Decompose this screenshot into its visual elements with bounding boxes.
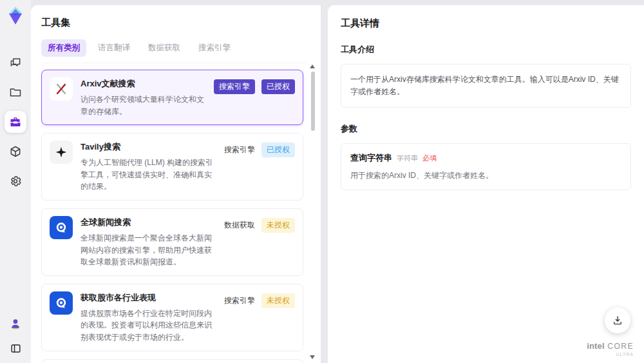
category-tab[interactable]: 数据获取 — [142, 39, 187, 57]
tool-list-item[interactable]: 获取股市各行业表现 提供股票市场各个行业在特定时间段内的表现。投资者可以利用这些… — [41, 284, 303, 351]
tool-category-tag: 搜索引擎 — [224, 144, 255, 155]
tool-auth-badge: 已授权 — [261, 79, 295, 94]
tool-name: Arxiv文献搜索 — [80, 78, 206, 90]
tool-icon — [50, 291, 73, 315]
sidebar — [0, 0, 31, 363]
tool-texts: Tavily搜索 专为人工智能代理 (LLM) 构建的搜索引擎工具，可快速提供实… — [80, 141, 216, 193]
intel-core-text: core — [607, 342, 634, 351]
panel-toggle-icon[interactable] — [7, 340, 24, 357]
tool-texts: 获取股市各行业表现 提供股票市场各个行业在特定时间段内的表现。投资者可以利用这些… — [80, 291, 216, 344]
folder-icon[interactable] — [5, 81, 26, 103]
main-content: 工具集 所有类别 语言翻译 数据获取 搜索引擎 Arxiv文献搜索 访问各个研究… — [31, 0, 644, 363]
params-heading: 参数 — [341, 123, 631, 135]
intel-brand-text: intel — [587, 341, 605, 351]
cube-icon[interactable] — [5, 141, 26, 162]
tool-description: 专为人工智能代理 (LLM) 构建的搜索引擎工具，可快速提供实时、准确和真实的结… — [80, 157, 216, 193]
parameter-name: 查询字符串 — [350, 152, 392, 164]
sparkle-icon — [55, 146, 68, 159]
tab-label: 数据获取 — [148, 43, 180, 52]
intel-ultra-text: Ultra — [587, 352, 634, 357]
tool-name: 全球新闻搜索 — [80, 217, 216, 228]
tool-category-tag: 数据获取 — [224, 220, 255, 231]
tool-tags: 搜索引擎 已授权 — [214, 77, 295, 94]
tool-tags: 搜索引擎 未授权 — [224, 291, 295, 308]
tool-icon — [50, 77, 73, 101]
parameter-description: 用于搜索的Arxiv ID、关键字或作者姓名。 — [350, 170, 621, 181]
chat-icon[interactable] — [5, 52, 26, 74]
scrollbar-thumb[interactable] — [311, 72, 315, 131]
tool-icon — [50, 141, 73, 164]
tab-label: 搜索引擎 — [198, 43, 231, 52]
tool-icon — [50, 216, 73, 239]
download-icon — [612, 315, 623, 326]
intel-core-logo: intel core Ultra — [587, 340, 634, 357]
tool-list: Arxiv文献搜索 访问各个研究领域大量科学论文和文章的存储库。 搜索引擎 已授… — [41, 70, 307, 363]
parameter-header: 查询字符串 字符串 必填 — [350, 152, 621, 164]
detail-title: 工具详情 — [341, 17, 631, 30]
tool-description: 访问各个研究领域大量科学论文和文章的存储库。 — [80, 93, 206, 117]
category-tabs: 所有类别 语言翻译 数据获取 搜索引擎 — [41, 39, 307, 63]
tool-tags: 数据获取 未授权 — [224, 216, 295, 233]
parameter-card: 查询字符串 字符串 必填 用于搜索的Arxiv ID、关键字或作者姓名。 — [341, 143, 631, 190]
tool-auth-badge: 未授权 — [261, 218, 295, 233]
category-tab[interactable]: 所有类别 — [41, 39, 86, 57]
tool-description: 全球新闻搜索是一个聚合全球各大新闻网站内容的搜索引擎，帮助用户快速获取全球最新资… — [80, 232, 216, 268]
download-button[interactable] — [605, 308, 630, 333]
scrollbar-up-arrow[interactable] — [310, 64, 315, 68]
category-tab[interactable]: 语言翻译 — [91, 39, 137, 57]
app-logo-icon — [5, 5, 26, 26]
tool-list-item[interactable]: Arxiv文献搜索 访问各个研究领域大量科学论文和文章的存储库。 搜索引擎 已授… — [41, 70, 303, 125]
tool-name: Tavily搜索 — [80, 141, 216, 153]
tool-list-panel: 工具集 所有类别 语言翻译 数据获取 搜索引擎 Arxiv文献搜索 访问各个研究… — [31, 5, 321, 363]
scrollbar-down-arrow[interactable] — [310, 355, 315, 359]
news-q-logo-icon — [54, 221, 68, 235]
toolbox-icon[interactable] — [5, 111, 26, 133]
page-title: 工具集 — [41, 17, 307, 29]
intro-heading: 工具介绍 — [341, 44, 631, 55]
arxiv-logo-icon — [54, 82, 68, 96]
tool-list-item[interactable]: 全球新闻搜索 全球新闻搜索是一个聚合全球各大新闻网站内容的搜索引擎，帮助用户快速… — [41, 208, 303, 276]
tool-auth-badge: 已授权 — [261, 142, 295, 157]
news-q-logo-icon — [54, 296, 68, 310]
tool-list-item[interactable]: 获取市场最活跃股票信息 提供当天交易量最高的股票列表，投资者可以利用这些信息来识… — [41, 359, 303, 363]
tool-category-tag: 搜索引擎 — [224, 295, 255, 306]
sidebar-bottom — [7, 315, 24, 357]
tab-label: 所有类别 — [48, 43, 80, 52]
tool-detail-panel: 工具详情 工具介绍 一个用于从Arxiv存储库搜索科学论文和文章的工具。输入可以… — [328, 5, 644, 363]
app-window: 工具集 所有类别 语言翻译 数据获取 搜索引擎 Arxiv文献搜索 访问各个研究… — [0, 0, 644, 363]
sidebar-nav — [5, 52, 26, 192]
user-avatar-icon[interactable] — [7, 315, 24, 332]
tool-intro-text: 一个用于从Arxiv存储库搜索科学论文和文章的工具。输入可以是Arxiv ID、… — [341, 64, 631, 108]
tool-texts: 全球新闻搜索 全球新闻搜索是一个聚合全球各大新闻网站内容的搜索引擎，帮助用户快速… — [80, 216, 216, 268]
parameter-type: 字符串 — [397, 153, 418, 163]
tool-category-tag: 搜索引擎 — [214, 79, 255, 94]
tool-texts: Arxiv文献搜索 访问各个研究领域大量科学论文和文章的存储库。 — [80, 77, 206, 117]
tool-list-item[interactable]: Tavily搜索 专为人工智能代理 (LLM) 构建的搜索引擎工具，可快速提供实… — [41, 133, 303, 201]
tool-description: 提供股票市场各个行业在特定时间段内的表现。投资者可以利用这些信息来识别表现优于或… — [80, 308, 216, 344]
tool-auth-badge: 未授权 — [261, 293, 295, 308]
scrollbar[interactable] — [310, 64, 316, 359]
gear-icon[interactable] — [5, 170, 26, 192]
category-tab[interactable]: 搜索引擎 — [192, 39, 237, 57]
tool-name: 获取股市各行业表现 — [80, 292, 216, 304]
tool-tags: 搜索引擎 已授权 — [224, 141, 295, 157]
tab-label: 语言翻译 — [98, 43, 130, 52]
parameter-required-badge: 必填 — [422, 153, 437, 163]
